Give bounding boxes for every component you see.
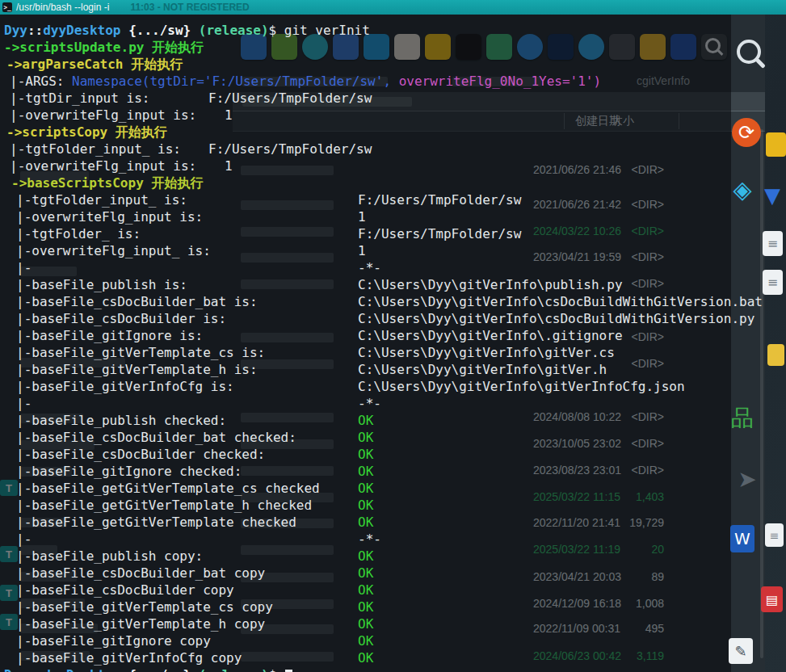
terminal-text: |-baseFile_csDocBuilder_bat checked: (16, 430, 296, 445)
terminal-text: |-tgtFolder_input_ is: (10, 141, 181, 157)
terminal-value: 1 (225, 158, 233, 174)
terminal-line: |--*- (0, 531, 731, 548)
terminal-text: |-overwriteFlg_input is: (10, 158, 196, 174)
terminal-text: |-ARGS: (10, 74, 72, 89)
terminal-value: C:\Users\Dyy\gitVerInfo\.gitignore (358, 327, 623, 344)
yellow-app-icon[interactable] (766, 132, 786, 157)
refresh-icon[interactable]: ⟳ (732, 118, 761, 147)
terminal-text: |-baseFile_csDocBuilder is: (16, 311, 226, 326)
document-icon[interactable]: ≡ (763, 231, 783, 256)
document-icon[interactable]: ≡ (765, 523, 784, 547)
red-doc-icon[interactable]: ▤ (761, 586, 783, 612)
terminal-line: |-tgtDir_input is:F:/Users/TmpFolder/sw (0, 90, 731, 107)
terminal-line: |-overwriteFlg_input is:1 (0, 208, 731, 225)
terminal-text: |-tgtFolder_ is: (16, 226, 141, 242)
terminal-line: |-tgtFolder_input_ is:F:/Users/TmpFolder… (0, 191, 731, 208)
terminal-line: Dyy::dyyDesktop {.../sw} (release)$ (0, 666, 731, 672)
terminal-text: |-baseFile_gitIgnore checked: (16, 464, 242, 479)
terminal-text: (release) (199, 23, 269, 38)
terminal-value: C:\Users\Dyy\gitVerInfo\gitVer.h (358, 361, 607, 378)
terminal-line: |--*- (0, 395, 731, 412)
terminal-text: |-baseFile_gitVerTemplate_cs is: (16, 345, 265, 360)
terminal-window[interactable]: Dyy::dyyDesktop {.../sw} (release)$ git … (0, 15, 731, 672)
terminal-text: Dyy (4, 23, 27, 38)
terminal-line: ->scriptsUpdate.py 开始执行 (0, 39, 731, 56)
terminal-text: $ (269, 667, 284, 672)
terminal-line: |-ARGS: Namespace(tgtDir='F:/Users/TmpFo… (0, 73, 731, 90)
terminal-text: |-overwriteFlg_input is: (10, 107, 196, 123)
terminal-text: ->scriptsUpdate.py 开始执行 (4, 40, 204, 55)
terminal-text: |-baseFile_publish is: (16, 277, 187, 292)
terminal-text: Namespace(tgtDir='F:/Users/TmpFolder/sw'… (72, 74, 399, 89)
terminal-value: F:/Users/TmpFolder/sw (358, 191, 521, 208)
small-yellow-icon[interactable] (767, 344, 784, 366)
diamond-icon[interactable]: ◈ (729, 176, 755, 202)
terminal-value: 1 (358, 242, 366, 259)
terminal-line: |-baseFile_publish copy:OK (0, 548, 731, 565)
window-title: /usr/bin/bash --login -i (16, 2, 109, 13)
terminal-value: OK (358, 429, 373, 446)
terminal-text: (release) (199, 667, 269, 672)
terminal-text: overwriteFlg_0No_1Yes='1') (399, 74, 601, 89)
terminal-line: |-baseFile_gitIgnore is:C:\Users\Dyy\git… (0, 327, 731, 344)
terminal-value: OK (358, 412, 373, 429)
network-nodes-icon[interactable]: 品 (728, 404, 757, 433)
terminal-value: OK (358, 649, 373, 666)
magnifier-glass (737, 40, 761, 64)
terminal-text: |-baseFile_gitVerTemplate_cs copy (16, 599, 273, 615)
terminal-text: :: (27, 667, 43, 672)
terminal-line: |-baseFile_gitVerTemplate_cs copyOK (0, 598, 731, 615)
terminal-value: OK (358, 582, 373, 598)
terminal-line: |-baseFile_csDocBuilder_bat checked:OK (0, 429, 731, 446)
terminal-value: OK (358, 598, 373, 615)
terminal-text: |-baseFile_getGitVerTemplate_h checked (16, 498, 312, 513)
terminal-line: |-tgtFolder_ is:F:/Users/TmpFolder/sw (0, 225, 731, 242)
terminal-text: dyyDesktop (43, 667, 120, 672)
terminal-line: |-baseFile_gitIgnore copyOK (0, 632, 731, 649)
terminal-text: ->baseScriptsCopy 开始执行 (11, 175, 203, 191)
terminal-value: C:\Users\Dyy\gitVerInfo\publish.py (358, 276, 623, 293)
terminal-value: OK (358, 514, 373, 531)
terminal-line: Dyy::dyyDesktop {.../sw} (release)$ git … (0, 22, 731, 39)
terminal-line: |-baseFile_gitVerTemplate_h copyOK (0, 615, 731, 632)
terminal-line: |--*- (0, 259, 731, 276)
terminal-value: OK (358, 463, 373, 480)
terminal-text: |-tgtDir_input is: (10, 90, 149, 106)
terminal-text: |-baseFile_csDocBuilder_bat is: (16, 294, 258, 309)
terminal-value: -*- (358, 259, 381, 276)
terminal-value: C:\Users\Dyy\gitVerInfo\csDocBuildWithGi… (358, 310, 754, 327)
terminal-line: |-overwriteFlg_input_ is:1 (0, 242, 731, 259)
terminal-line: |-baseFile_csDocBuilder is:C:\Users\Dyy\… (0, 310, 731, 327)
terminal-text: |-baseFile_csDocBuilder copy (16, 582, 234, 598)
terminal-titlebar[interactable]: >_ /usr/bin/bash --login -i 11:03 - NOT … (0, 0, 786, 15)
terminal-value: C:\Users\Dyy\gitVerInfo\gitVer.cs (358, 344, 615, 361)
word-icon[interactable]: W (730, 525, 754, 552)
terminal-line: |-overwriteFlg_input is:1 (0, 158, 731, 174)
terminal-text: |-baseFile_publish checked: (16, 413, 226, 428)
terminal-text: Dyy (4, 667, 27, 672)
terminal-text: |-baseFile_getGitVerTemplate checked (16, 514, 296, 530)
terminal-text: |-baseFile_getGitVerTemplate_cs checked (16, 481, 320, 496)
terminal-text: |-baseFile_gitVerInfoCfg is: (16, 379, 234, 394)
terminal-line: ->baseScriptsCopy 开始执行 (0, 174, 731, 191)
terminal-line: |-baseFile_gitVerInfoCfg is:C:\Users\Dyy… (0, 378, 731, 395)
terminal-line: |-baseFile_gitVerInfoCfg copyOK (0, 649, 731, 666)
terminal-output: Dyy::dyyDesktop {.../sw} (release)$ git … (0, 15, 731, 672)
terminal-value: OK (358, 548, 373, 565)
search-icon[interactable] (732, 36, 766, 68)
terminal-text: dyyDesktop (43, 23, 120, 38)
document-icon[interactable]: ≡ (763, 270, 783, 295)
desktop: 创建日期大小 cgitVerInfo 2021/06/26 21:46<DIR>… (0, 0, 786, 672)
terminal-line: ->scriptsCopy 开始执行 (0, 124, 731, 141)
terminal-value: OK (358, 632, 373, 649)
terminal-line: |-baseFile_getGitVerTemplate_h checkedOK (0, 497, 731, 514)
terminal-value: F:/Users/TmpFolder/sw (208, 90, 372, 107)
terminal-text (121, 667, 129, 672)
terminal-value: C:\Users\Dyy\gitVerInfo\csDocBuildWithGi… (358, 293, 763, 310)
bash-icon: >_ (2, 2, 12, 12)
edit-doc-icon[interactable]: ✎ (729, 638, 753, 664)
terminal-text: ->argParseCatch 开始执行 (6, 57, 183, 72)
download-arrow-icon[interactable]: ▼ (760, 183, 784, 208)
terminal-text: |-tgtFolder_input_ is: (16, 192, 187, 208)
send-icon[interactable]: ➤ (731, 467, 763, 491)
